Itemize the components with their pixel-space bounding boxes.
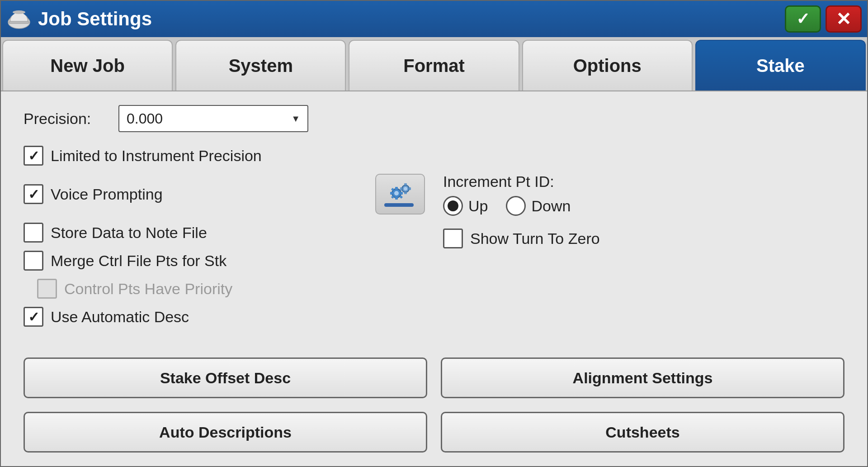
title-bar: Job Settings ✓ ✕ <box>1 1 867 37</box>
precision-dropdown[interactable]: 0.000 ▼ <box>118 105 308 132</box>
svg-rect-2 <box>9 21 29 24</box>
main-area: Limited to Instrument Precision Voice Pr… <box>24 146 844 344</box>
title-bar-buttons: ✓ ✕ <box>785 5 862 33</box>
bottom-buttons-row1: Stake Offset Desc Alignment Settings <box>24 357 844 398</box>
svg-rect-17 <box>400 187 402 190</box>
stake-offset-desc-button[interactable]: Stake Offset Desc <box>24 357 427 398</box>
window-title: Job Settings <box>38 8 778 30</box>
store-data-checkbox[interactable] <box>24 223 43 243</box>
increment-label: Increment Pt ID: <box>443 173 844 191</box>
voice-prompting-container: Voice Prompting <box>24 174 425 214</box>
control-pts-row: Control Pts Have Priority <box>24 279 425 299</box>
svg-rect-18 <box>409 187 411 190</box>
merge-ctrl-checkbox[interactable] <box>24 251 43 271</box>
merge-ctrl-row[interactable]: Merge Ctrl File Pts for Stk <box>24 251 425 271</box>
tab-stake[interactable]: Stake <box>695 40 866 91</box>
control-pts-label: Control Pts Have Priority <box>64 280 232 298</box>
radio-up[interactable] <box>443 196 463 216</box>
content-area: Precision: 0.000 ▼ Limited to Instrument… <box>1 91 867 466</box>
svg-rect-5 <box>395 187 398 189</box>
merge-ctrl-label: Merge Ctrl File Pts for Stk <box>51 252 226 270</box>
limited-precision-label: Limited to Instrument Precision <box>51 147 262 165</box>
x-icon: ✕ <box>836 10 851 28</box>
tab-new-job[interactable]: New Job <box>2 40 173 91</box>
ok-button[interactable]: ✓ <box>785 5 821 33</box>
radio-up-label: Up <box>468 197 488 215</box>
radio-down[interactable] <box>506 196 526 216</box>
tab-bar: New Job System Format Options Stake <box>1 37 867 91</box>
use-auto-desc-checkbox[interactable] <box>24 307 43 327</box>
use-auto-desc-row[interactable]: Use Automatic Desc <box>24 307 425 327</box>
svg-rect-19 <box>384 203 414 207</box>
use-auto-desc-label: Use Automatic Desc <box>51 308 189 326</box>
svg-point-14 <box>404 187 407 191</box>
show-turn-checkbox[interactable] <box>443 229 463 248</box>
svg-rect-6 <box>395 197 398 200</box>
svg-rect-15 <box>404 183 407 185</box>
gear-icon <box>382 180 418 209</box>
store-data-label: Store Data to Note File <box>51 224 207 242</box>
cutsheets-button[interactable]: Cutsheets <box>441 412 844 453</box>
precision-value: 0.000 <box>127 110 291 127</box>
radio-up-option[interactable]: Up <box>443 196 488 216</box>
tab-system[interactable]: System <box>175 40 346 91</box>
radio-down-option[interactable]: Down <box>506 196 571 216</box>
svg-rect-16 <box>404 192 407 194</box>
control-pts-checkbox <box>37 279 57 299</box>
svg-rect-7 <box>390 192 392 195</box>
svg-rect-8 <box>401 192 403 195</box>
bottom-buttons-row2: Auto Descriptions Cutsheets <box>24 412 844 453</box>
precision-label: Precision: <box>24 110 105 128</box>
show-turn-row[interactable]: Show Turn To Zero <box>443 229 844 248</box>
radio-down-label: Down <box>531 197 571 215</box>
left-column: Limited to Instrument Precision Voice Pr… <box>24 146 425 344</box>
voice-prompting-row[interactable]: Voice Prompting <box>24 184 366 204</box>
limited-precision-checkbox[interactable] <box>24 146 43 166</box>
increment-section: Increment Pt ID: Up Down <box>443 173 844 216</box>
alignment-settings-button[interactable]: Alignment Settings <box>441 357 844 398</box>
show-turn-label: Show Turn To Zero <box>470 230 600 248</box>
right-column: Increment Pt ID: Up Down <box>443 146 844 344</box>
tab-options[interactable]: Options <box>522 40 693 91</box>
helmet-icon <box>6 6 32 32</box>
checkmark-icon: ✓ <box>796 10 810 29</box>
cancel-button[interactable]: ✕ <box>826 5 862 33</box>
tab-format[interactable]: Format <box>349 40 519 91</box>
precision-row: Precision: 0.000 ▼ <box>24 105 844 132</box>
store-data-row[interactable]: Store Data to Note File <box>24 223 425 243</box>
voice-prompting-settings-button[interactable] <box>375 174 425 214</box>
voice-prompting-label: Voice Prompting <box>51 186 163 203</box>
radio-row: Up Down <box>443 196 844 216</box>
limited-precision-row[interactable]: Limited to Instrument Precision <box>24 146 425 166</box>
voice-prompting-checkbox[interactable] <box>24 184 43 204</box>
auto-descriptions-button[interactable]: Auto Descriptions <box>24 412 427 453</box>
svg-point-1 <box>13 10 25 14</box>
window: Job Settings ✓ ✕ New Job System Format O… <box>0 0 868 467</box>
svg-point-4 <box>394 191 399 195</box>
dropdown-arrow-icon: ▼ <box>291 114 300 124</box>
